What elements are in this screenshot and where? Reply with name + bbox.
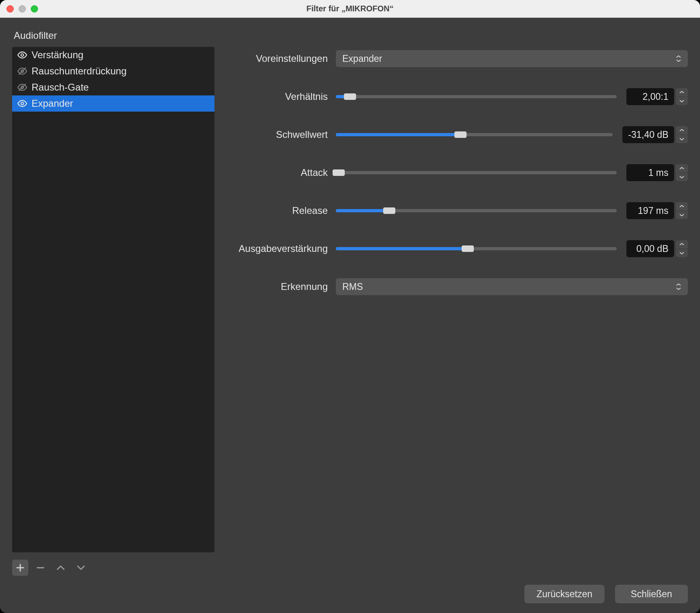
- threshold-value[interactable]: -31,40 dB: [622, 126, 674, 143]
- add-filter-button[interactable]: [12, 560, 28, 576]
- preset-value: Expander: [342, 53, 382, 64]
- move-down-button[interactable]: [73, 560, 89, 576]
- step-up-icon[interactable]: [676, 240, 688, 249]
- remove-filter-button[interactable]: [32, 560, 49, 576]
- step-up-icon[interactable]: [676, 164, 688, 173]
- detection-label: Erkennung: [231, 281, 336, 292]
- filter-toolbar: [12, 560, 214, 576]
- filter-item-expander[interactable]: Expander: [12, 95, 214, 112]
- sidebar-section-label: Audiofilter: [14, 30, 214, 41]
- ratio-stepper[interactable]: [676, 88, 688, 105]
- detection-value: RMS: [342, 281, 363, 292]
- step-up-icon[interactable]: [676, 202, 688, 211]
- svg-point-5: [21, 102, 24, 105]
- preset-label: Voreinstellungen: [231, 53, 336, 64]
- release-value[interactable]: 197 ms: [626, 202, 674, 219]
- eye-off-icon[interactable]: [17, 84, 28, 91]
- outgain-slider[interactable]: [336, 246, 617, 252]
- release-stepper[interactable]: [676, 202, 688, 219]
- move-up-button[interactable]: [53, 560, 69, 576]
- outgain-value[interactable]: 0,00 dB: [626, 240, 674, 257]
- threshold-stepper[interactable]: [676, 126, 688, 143]
- step-down-icon[interactable]: [676, 97, 688, 106]
- titlebar: Filter für „MIKROFON“: [0, 0, 700, 18]
- filters-window: Filter für „MIKROFON“ Audiofilter Verstä…: [0, 0, 700, 613]
- filter-list: Verstärkung Rauschunterdrückung Rausch-G…: [12, 47, 214, 552]
- outgain-label: Ausgabeverstärkung: [231, 243, 336, 254]
- step-down-icon[interactable]: [676, 211, 688, 220]
- step-up-icon[interactable]: [676, 88, 688, 97]
- ratio-label: Verhältnis: [231, 91, 336, 102]
- filter-item-label: Rauschunterdrückung: [32, 66, 210, 77]
- filter-item-verstaerkung[interactable]: Verstärkung: [12, 47, 214, 63]
- filter-item-label: Rausch-Gate: [32, 82, 210, 93]
- reset-button[interactable]: Zurücksetzen: [524, 585, 605, 603]
- close-button[interactable]: Schließen: [615, 585, 688, 603]
- filter-item-rauschunterdrueckung[interactable]: Rauschunterdrückung: [12, 63, 214, 79]
- eye-icon[interactable]: [17, 100, 28, 107]
- attack-value[interactable]: 1 ms: [626, 164, 674, 181]
- filter-item-label: Expander: [32, 98, 210, 109]
- filter-item-label: Verstärkung: [32, 49, 210, 61]
- attack-stepper[interactable]: [676, 164, 688, 181]
- attack-label: Attack: [231, 167, 336, 178]
- preset-dropdown[interactable]: Expander: [336, 50, 688, 67]
- ratio-slider[interactable]: [336, 94, 617, 99]
- release-slider[interactable]: [336, 208, 617, 213]
- step-up-icon[interactable]: [676, 126, 688, 135]
- eye-off-icon[interactable]: [17, 68, 28, 75]
- chevron-updown-icon: [672, 50, 685, 67]
- threshold-slider[interactable]: [336, 132, 613, 137]
- step-down-icon[interactable]: [676, 135, 688, 144]
- chevron-updown-icon: [672, 278, 685, 295]
- step-down-icon[interactable]: [676, 173, 688, 182]
- release-label: Release: [231, 205, 336, 216]
- window-title: Filter für „MIKROFON“: [0, 4, 700, 13]
- threshold-label: Schwellwert: [231, 129, 336, 140]
- eye-icon[interactable]: [17, 51, 28, 59]
- attack-slider[interactable]: [336, 170, 617, 175]
- step-down-icon[interactable]: [676, 249, 688, 258]
- outgain-stepper[interactable]: [676, 240, 688, 257]
- ratio-value[interactable]: 2,00:1: [626, 88, 674, 105]
- svg-point-0: [21, 54, 24, 57]
- filter-item-rausch-gate[interactable]: Rausch-Gate: [12, 79, 214, 95]
- detection-dropdown[interactable]: RMS: [336, 278, 688, 295]
